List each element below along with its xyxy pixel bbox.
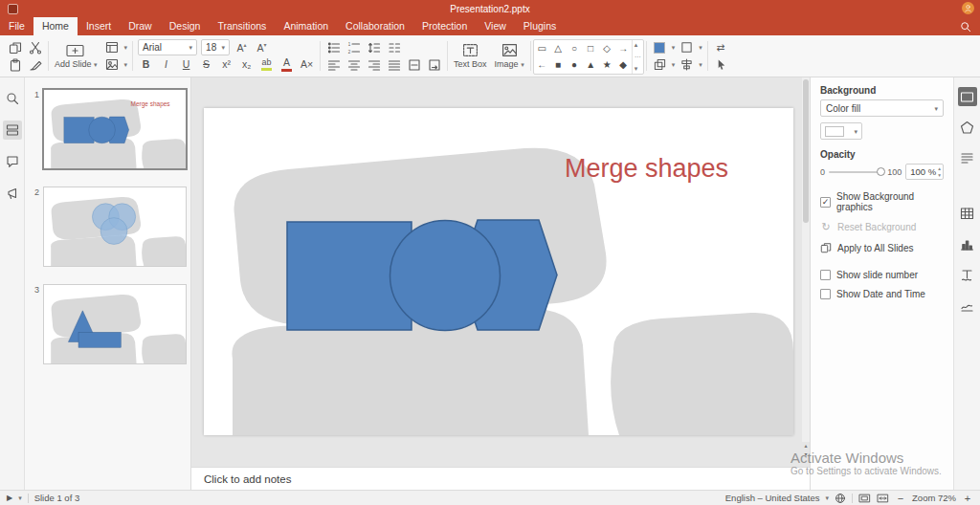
vertical-align-button[interactable]: [406, 56, 422, 73]
tab-view[interactable]: View: [476, 17, 515, 35]
slide-layout-button[interactable]: [104, 39, 121, 55]
tab-transitions[interactable]: Transitions: [209, 17, 275, 35]
tab-protection[interactable]: Protection: [413, 17, 476, 35]
font-size-select[interactable]: 18▾: [201, 39, 230, 55]
show-slide-number-row[interactable]: Show slide number: [820, 270, 944, 280]
strikethrough-button[interactable]: S: [198, 56, 214, 73]
tab-draw[interactable]: Draw: [120, 17, 161, 35]
tab-collaboration[interactable]: Collaboration: [337, 17, 413, 35]
font-name-select[interactable]: Arial▾: [138, 39, 197, 55]
signature-settings-button[interactable]: [958, 296, 977, 315]
comments-button[interactable]: [3, 152, 22, 171]
shape-filled-triangle[interactable]: ▲: [583, 56, 599, 73]
search-button[interactable]: [960, 17, 971, 35]
find-button[interactable]: [3, 89, 22, 108]
align-justify-button[interactable]: [386, 56, 402, 73]
replace-button[interactable]: ⇄: [713, 39, 729, 55]
font-color-button[interactable]: A: [278, 56, 295, 73]
apply-to-all-row[interactable]: Apply to All Slides: [820, 242, 944, 253]
text-box-button[interactable]: Text Box: [450, 37, 491, 75]
shape-fill-button[interactable]: [652, 39, 668, 55]
slide-3-thumbnail[interactable]: [43, 284, 187, 364]
show-slide-number-checkbox[interactable]: [820, 270, 831, 280]
paragraph-settings-button[interactable]: [958, 148, 977, 167]
add-slide-button[interactable]: Add Slide ▾: [51, 37, 101, 75]
previous-slide-button[interactable]: ▴: [804, 442, 807, 449]
tab-file[interactable]: File: [0, 17, 33, 35]
background-fill-select[interactable]: Color fill ▾: [820, 99, 944, 117]
textart-settings-button[interactable]: [958, 265, 977, 284]
bold-button[interactable]: B: [138, 56, 154, 73]
slide-settings-button[interactable]: [958, 87, 977, 106]
bullets-button[interactable]: [325, 39, 342, 55]
slide-editor[interactable]: [204, 108, 793, 435]
fit-slide-button[interactable]: [858, 493, 871, 504]
tab-home[interactable]: Home: [33, 17, 78, 35]
scrollbar-thumb[interactable]: [803, 79, 809, 223]
copy-style-button[interactable]: [27, 56, 43, 73]
show-background-graphics-row[interactable]: ✓ Show Background graphics: [820, 191, 944, 212]
shape-arrow-left[interactable]: ←: [534, 56, 550, 73]
slide-1-thumbnail[interactable]: [43, 89, 187, 169]
line-spacing-button[interactable]: [366, 39, 382, 55]
cut-button[interactable]: [27, 39, 43, 55]
align-center-button[interactable]: [345, 56, 362, 73]
shape-diamond[interactable]: ◇: [599, 40, 615, 56]
slide-theme-button[interactable]: [104, 56, 121, 73]
underline-button[interactable]: U: [178, 56, 194, 73]
spin-down-icon[interactable]: ▾: [938, 172, 941, 178]
tab-animation[interactable]: Animation: [275, 17, 337, 35]
shape-filled-circle[interactable]: ●: [567, 56, 583, 73]
show-date-time-row[interactable]: Show Date and Time: [820, 289, 944, 299]
italic-button[interactable]: I: [158, 56, 174, 73]
background-color-picker[interactable]: ▾: [820, 122, 862, 140]
chart-settings-button[interactable]: [958, 234, 977, 253]
tab-insert[interactable]: Insert: [78, 17, 120, 35]
tab-design[interactable]: Design: [161, 17, 210, 35]
text-direction-button[interactable]: [426, 56, 442, 73]
canvas-scrollbar[interactable]: [802, 77, 810, 442]
image-button[interactable]: Image ▾: [491, 37, 528, 75]
shape-filled-square[interactable]: ■: [550, 56, 567, 73]
increase-font-button[interactable]: A▴: [234, 39, 250, 55]
shape-settings-button[interactable]: [958, 118, 977, 137]
set-language-button[interactable]: [835, 493, 846, 504]
opacity-spinbox[interactable]: 100 % ▴▾: [905, 164, 944, 180]
clear-format-button[interactable]: A×: [299, 56, 315, 73]
slides-panel-button[interactable]: [3, 121, 22, 140]
superscript-button[interactable]: x²: [218, 56, 234, 73]
shape-filled-diamond[interactable]: ◆: [615, 56, 632, 73]
gallery-scroll-up[interactable]: ▴: [635, 41, 641, 49]
start-slideshow-button[interactable]: ▶: [7, 494, 12, 502]
zoom-level[interactable]: Zoom 72%: [912, 493, 956, 503]
language-select[interactable]: English – United States: [725, 493, 820, 503]
gallery-scroll-down[interactable]: ▾: [635, 65, 641, 73]
shape-triangle[interactable]: △: [550, 40, 567, 56]
select-button[interactable]: [713, 56, 729, 73]
fit-width-button[interactable]: [877, 493, 889, 504]
arrange-shape-button[interactable]: [652, 56, 668, 73]
next-slide-button[interactable]: ▾: [804, 450, 807, 457]
copy-button[interactable]: [7, 39, 23, 55]
insert-columns-button[interactable]: [386, 39, 402, 55]
show-background-graphics-checkbox[interactable]: ✓: [820, 197, 831, 208]
zoom-in-button[interactable]: +: [962, 493, 973, 504]
highlight-color-button[interactable]: ab: [258, 56, 275, 73]
paste-button[interactable]: [7, 56, 23, 73]
feedback-button[interactable]: [3, 184, 22, 203]
subscript-button[interactable]: x₂: [238, 56, 255, 73]
shape-ellipse[interactable]: ○: [567, 40, 583, 56]
align-left-button[interactable]: [325, 56, 342, 73]
shape-square[interactable]: □: [583, 40, 599, 56]
shape-outline-button[interactable]: [679, 39, 695, 55]
decrease-font-button[interactable]: A▾: [254, 39, 270, 55]
numbering-button[interactable]: 12: [345, 39, 362, 55]
notes-area[interactable]: Click to add notes: [191, 467, 810, 490]
opacity-slider-knob[interactable]: [877, 167, 885, 176]
zoom-out-button[interactable]: −: [895, 493, 906, 504]
show-date-time-checkbox[interactable]: [820, 289, 831, 299]
table-settings-button[interactable]: [958, 204, 977, 223]
shape-arrow-right[interactable]: →: [615, 40, 632, 56]
align-shape-button[interactable]: [679, 56, 695, 73]
align-right-button[interactable]: [366, 56, 382, 73]
